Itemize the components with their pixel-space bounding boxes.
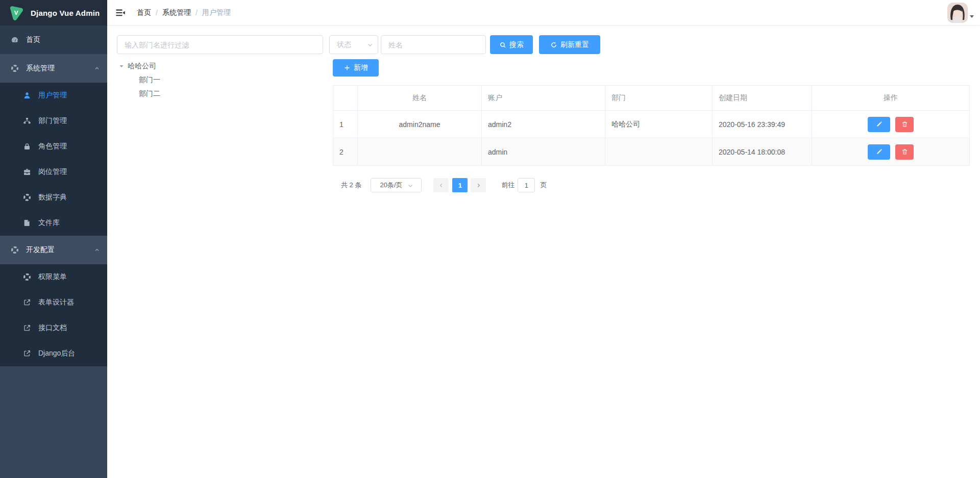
sidebar-item-django-backend[interactable]: Django后台 [0,341,107,366]
row-dept: 哈哈公司 [605,111,713,138]
sidebar-item-departments[interactable]: 部门管理 [0,108,107,134]
tree-node-child[interactable]: 部门一 [118,73,323,87]
sidebar-collapse-icon[interactable] [115,7,126,18]
sidebar-item-roles[interactable]: 角色管理 [0,134,107,159]
refresh-reset-button[interactable]: 刷新重置 [539,35,600,54]
tree-node-label: 部门一 [139,76,160,85]
chevron-left-icon [438,183,444,188]
logo-bar[interactable]: V Django Vue Admin [0,0,107,26]
delete-button[interactable] [895,144,914,160]
status-select[interactable]: 状态 [329,35,378,54]
sidebar-item-label: 接口文档 [38,323,67,333]
row-dept [605,138,713,166]
pagination: 共 2 条 20条/页 1 前往 页 [341,178,547,192]
caret-down-icon [970,15,974,18]
prev-page-button[interactable] [433,178,449,192]
dept-filter-input[interactable] [117,35,323,54]
component-icon [23,273,31,281]
sidebar-item-positions[interactable]: 岗位管理 [0,159,107,185]
name-filter-input[interactable] [381,35,486,54]
next-page-button[interactable] [471,178,486,192]
sidebar-group-label: 系统管理 [26,64,55,73]
users-table: 姓名 账户 部门 创建日期 操作 1 admin2name admin2 哈哈公… [333,85,970,166]
page-size-value: 20条/页 [380,181,402,190]
user-menu[interactable] [947,3,974,23]
component-icon [23,193,31,202]
page-number-button[interactable]: 1 [452,178,468,192]
trash-icon [901,121,908,128]
row-name: admin2name [358,111,482,138]
breadcrumb-home[interactable]: 首页 [137,8,151,17]
chevron-down-icon [366,41,374,48]
page-unit-label: 页 [540,181,547,190]
refresh-reset-button-label: 刷新重置 [560,40,589,49]
tree-node-label: 部门二 [139,89,160,98]
external-link-icon [23,324,31,332]
external-link-icon [23,298,31,307]
sidebar-group-dev[interactable]: 开发配置 [0,236,107,264]
chevron-up-icon [94,247,100,253]
avatar [947,3,968,23]
sitemap-icon [23,117,31,125]
breadcrumb-system[interactable]: 系统管理 [162,8,191,17]
search-button[interactable]: 搜索 [490,35,533,54]
sidebar-item-label: 部门管理 [38,116,67,125]
top-navbar: 首页 / 系统管理 / 用户管理 [107,0,980,26]
sidebar-item-label: 权限菜单 [38,272,67,282]
tree-node-child[interactable]: 部门二 [118,87,323,100]
component-icon [11,64,19,72]
tree-node-root[interactable]: 哈哈公司 [118,59,323,73]
column-header-index [333,86,358,111]
sidebar-item-api-docs[interactable]: 接口文档 [0,315,107,341]
sidebar-item-label: 数据字典 [38,193,67,202]
page: V Django Vue Admin 首页 系统管理 用户 [0,0,980,478]
row-index: 2 [333,138,358,166]
dashboard-icon [11,36,19,44]
pagination-total: 共 2 条 [341,181,361,190]
sidebar-item-form-designer[interactable]: 表单设计器 [0,290,107,315]
sidebar-item-label: 用户管理 [38,91,67,100]
search-icon [499,41,506,48]
breadcrumb-current: 用户管理 [202,8,231,17]
external-link-icon [23,349,31,358]
plus-icon [344,64,351,71]
sidebar-item-label: 岗位管理 [38,167,67,177]
sidebar-item-permission-menu[interactable]: 权限菜单 [0,264,107,290]
row-account: admin [482,138,605,166]
goto-label: 前往 [501,181,514,190]
search-button-label: 搜索 [509,40,524,49]
add-button[interactable]: 新增 [333,59,379,77]
breadcrumb-separator: / [195,9,198,17]
sidebar-item-home[interactable]: 首页 [0,26,107,54]
chevron-up-icon [94,65,100,71]
row-index: 1 [333,111,358,138]
column-header-dept: 部门 [605,86,713,111]
delete-button[interactable] [895,117,914,132]
app-logo-icon: V [8,5,24,21]
row-actions [812,138,969,166]
sidebar-group-label: 开发配置 [26,245,55,255]
submenu-system: 用户管理 部门管理 角色管理 岗位管理 [0,83,107,236]
user-icon [23,91,31,99]
trash-icon [901,148,908,155]
logo-letter: V [14,10,18,16]
sidebar-group-system[interactable]: 系统管理 [0,54,107,83]
column-header-created: 创建日期 [713,86,812,111]
page-size-select[interactable]: 20条/页 [371,178,422,192]
sidebar-item-users[interactable]: 用户管理 [0,83,107,108]
edit-icon [876,121,883,128]
caret-down-icon[interactable] [118,63,125,69]
sidebar-item-label: 角色管理 [38,142,67,151]
edit-button[interactable] [868,117,890,132]
chevron-right-icon [476,183,481,188]
row-account: admin2 [482,111,605,138]
row-actions [812,111,969,138]
sidebar-item-dictionary[interactable]: 数据字典 [0,185,107,210]
department-tree: 哈哈公司 部门一 部门二 [118,59,323,100]
edit-button[interactable] [868,144,890,160]
lock-icon [23,142,31,150]
sidebar-filler [0,366,107,478]
goto-page-input[interactable] [518,178,535,192]
status-select-placeholder: 状态 [337,40,366,49]
sidebar-item-files[interactable]: 文件库 [0,210,107,236]
